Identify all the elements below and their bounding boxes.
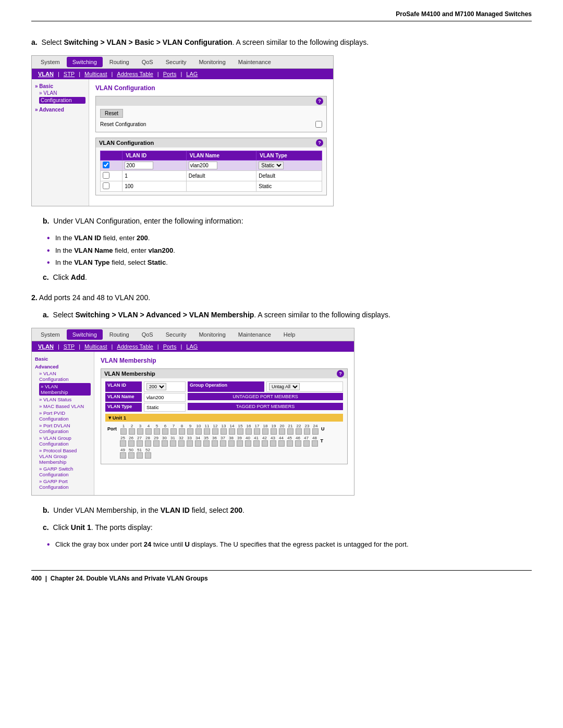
port-box-4[interactable] — [145, 428, 152, 435]
port-box-42[interactable] — [262, 440, 268, 447]
m2-vlan-id-select[interactable]: 200 — [146, 383, 166, 390]
port-box-16[interactable] — [246, 428, 252, 435]
port-box-36[interactable] — [212, 440, 218, 447]
port-box-48[interactable] — [312, 440, 318, 447]
help-icon[interactable]: ? — [316, 97, 323, 105]
port-box-45[interactable] — [287, 440, 293, 447]
port-box-13[interactable] — [221, 428, 227, 435]
port-box-10[interactable] — [195, 428, 202, 435]
port-box-24[interactable] — [312, 428, 319, 435]
port-box-38[interactable] — [228, 440, 235, 447]
port-box-35[interactable] — [203, 440, 210, 447]
port-box-17[interactable] — [254, 428, 260, 435]
port-box-34[interactable] — [195, 440, 201, 447]
nav-switching[interactable]: Switching — [67, 57, 103, 67]
nav-qos[interactable]: QoS — [136, 57, 159, 67]
port-box-26[interactable] — [128, 440, 134, 447]
port-box-49[interactable] — [120, 452, 126, 459]
port-box-3[interactable] — [137, 428, 143, 435]
m2-nav-security[interactable]: Security — [160, 329, 192, 340]
nav-system[interactable]: System — [35, 57, 66, 67]
port-box-1[interactable] — [120, 428, 127, 435]
port-box-21[interactable] — [287, 428, 293, 435]
m2-sidebar-vlan-group[interactable]: » VLAN GroupConfiguration — [39, 435, 91, 447]
port-box-46[interactable] — [295, 440, 301, 447]
port-box-44[interactable] — [278, 440, 285, 447]
m2-nav-system[interactable]: System — [35, 329, 66, 340]
m2-sidebar-garp-switch[interactable]: » GARP SwitchConfiguration — [39, 466, 91, 477]
subnav-lag[interactable]: LAG — [184, 70, 200, 78]
port-box-2[interactable] — [129, 428, 135, 435]
port-box-39[interactable] — [237, 440, 243, 447]
m2-sidebar-garp-port[interactable]: » GARP PortConfiguration — [39, 478, 91, 490]
port-box-5[interactable] — [154, 428, 160, 435]
m2-sidebar-vlan-membership[interactable]: » VLANMembership — [39, 383, 91, 396]
m2-nav-qos[interactable]: QoS — [136, 329, 159, 340]
reset-config-checkbox[interactable] — [315, 121, 322, 128]
m2-subnav-multicast[interactable]: Multicast — [82, 342, 109, 351]
port-box-14[interactable] — [229, 428, 235, 435]
port-box-37[interactable] — [220, 440, 226, 447]
port-box-33[interactable] — [187, 440, 193, 447]
row1-vlan-name-input[interactable] — [189, 162, 217, 169]
row1-vlan-type-select[interactable]: Static — [259, 162, 284, 169]
port-box-18[interactable] — [262, 428, 268, 435]
port-box-43[interactable] — [270, 440, 276, 447]
m2-sidebar-port-dvlan[interactable]: » Port DVLANConfiguration — [39, 423, 91, 434]
port-box-7[interactable] — [170, 428, 177, 435]
port-box-30[interactable] — [162, 440, 168, 447]
nav-security[interactable]: Security — [160, 57, 192, 67]
port-box-51[interactable] — [137, 452, 143, 459]
m2-subnav-address-table[interactable]: Address Table — [115, 342, 155, 351]
row3-checkbox[interactable] — [103, 182, 109, 189]
port-box-6[interactable] — [162, 428, 168, 435]
m2-untagged-btn[interactable]: UNTAGGED PORT MEMBERS — [188, 393, 343, 400]
port-box-23[interactable] — [304, 428, 310, 435]
port-box-27[interactable] — [137, 440, 143, 447]
m2-subnav-ports[interactable]: Ports — [161, 342, 179, 351]
m2-nav-routing[interactable]: Routing — [104, 329, 135, 340]
m2-subnav-vlan[interactable]: VLAN — [36, 342, 56, 351]
m2-subnav-lag[interactable]: LAG — [184, 342, 200, 351]
m2-nav-help[interactable]: Help — [278, 329, 301, 340]
m2-sidebar-vlan-status[interactable]: » VLAN Status — [39, 397, 91, 402]
m2-nav-switching[interactable]: Switching — [67, 329, 103, 340]
reset-button[interactable]: Reset — [100, 109, 123, 118]
port-box-52[interactable] — [145, 452, 151, 459]
port-box-20[interactable] — [279, 428, 285, 435]
port-box-9[interactable] — [187, 428, 193, 435]
subnav-vlan[interactable]: VLAN — [36, 70, 56, 78]
m2-group-op-select[interactable]: Untag All — [269, 383, 300, 390]
port-box-22[interactable] — [296, 428, 302, 435]
row1-vlan-id-input[interactable] — [125, 162, 153, 169]
port-box-40[interactable] — [245, 440, 251, 447]
sidebar-config[interactable]: Configuration — [39, 97, 85, 104]
port-box-50[interactable] — [128, 452, 134, 459]
m2-tagged-btn[interactable]: TAGGED PORT MEMBERS — [188, 403, 343, 410]
port-box-47[interactable] — [303, 440, 310, 447]
subnav-ports[interactable]: Ports — [161, 70, 179, 78]
port-box-12[interactable] — [212, 428, 218, 435]
m2-nav-maintenance[interactable]: Maintenance — [232, 329, 277, 340]
port-box-11[interactable] — [204, 428, 210, 435]
port-box-8[interactable] — [179, 428, 185, 435]
nav-monitoring[interactable]: Monitoring — [193, 57, 231, 67]
vlan-table-help-icon[interactable]: ? — [316, 139, 323, 146]
port-box-28[interactable] — [145, 440, 151, 447]
port-box-15[interactable] — [237, 428, 243, 435]
m2-sidebar-vlan-config[interactable]: » VLANConfiguration — [39, 371, 91, 382]
m2-subnav-stp[interactable]: STP — [62, 342, 77, 351]
subnav-multicast[interactable]: Multicast — [82, 70, 109, 78]
port-box-31[interactable] — [170, 440, 176, 447]
m2-sidebar-mac-based-vlan[interactable]: » MAC Based VLAN — [39, 403, 91, 409]
subnav-address-table[interactable]: Address Table — [115, 70, 155, 78]
m2-sidebar-port-pvid[interactable]: » Port PVIDConfiguration — [39, 410, 91, 422]
port-box-29[interactable] — [153, 440, 160, 447]
nav-maintenance[interactable]: Maintenance — [232, 57, 277, 67]
row1-checkbox[interactable] — [103, 162, 109, 168]
m2-nav-monitoring[interactable]: Monitoring — [193, 329, 231, 340]
port-box-32[interactable] — [178, 440, 185, 447]
subnav-stp[interactable]: STP — [62, 70, 77, 78]
port-box-41[interactable] — [253, 440, 260, 447]
port-box-25[interactable] — [120, 440, 126, 447]
